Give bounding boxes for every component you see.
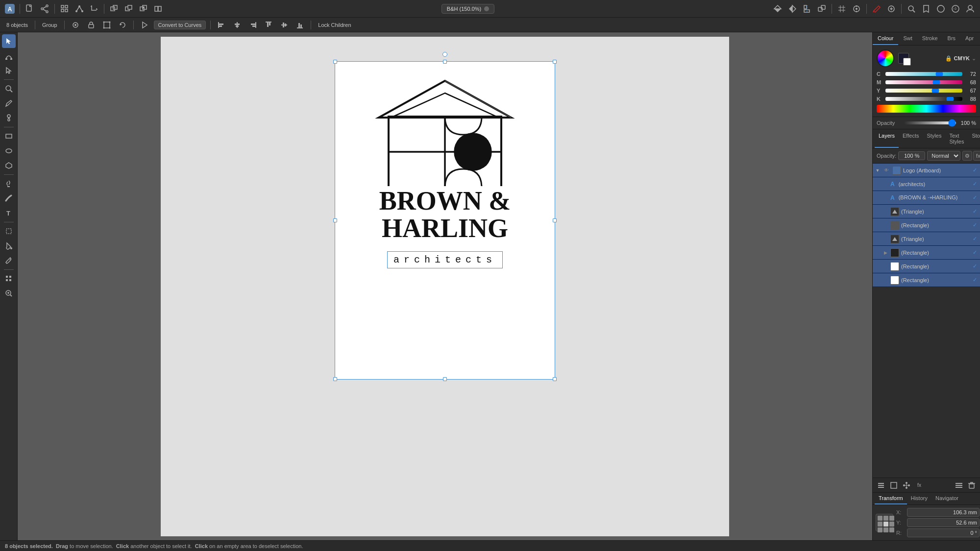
flip-v-icon[interactable]: [771, 2, 784, 16]
layers-artboard-icon[interactable]: [888, 480, 899, 491]
tab-effects[interactable]: Effects: [899, 130, 923, 148]
convert-curves-button[interactable]: Convert to Curves: [154, 21, 206, 29]
safari-icon[interactable]: [934, 2, 948, 16]
visibility-toggle[interactable]: [69, 20, 82, 30]
lock-icon[interactable]: 🔒: [945, 55, 952, 62]
rectangle-tool[interactable]: [2, 129, 16, 143]
calligraphy-tool[interactable]: [2, 192, 16, 205]
tab-stock[interactable]: Stock: [968, 130, 980, 148]
layer-triangle-1[interactable]: (Triangle) ✓: [873, 205, 980, 218]
tab-transform[interactable]: Transform: [875, 493, 907, 504]
polygon-tool[interactable]: [2, 159, 16, 172]
magnify-tool[interactable]: [2, 287, 16, 300]
ellipse-tool[interactable]: [2, 144, 16, 158]
rotate-handle[interactable]: [442, 52, 447, 57]
align-icon[interactable]: [800, 2, 814, 16]
tab-navigator[interactable]: Navigator: [931, 493, 962, 504]
tab-apr[interactable]: Apr: [960, 32, 979, 45]
play-icon[interactable]: [138, 20, 151, 30]
align-left-icon[interactable]: [215, 20, 228, 30]
layer-check-rect4[interactable]: ✓: [971, 277, 978, 284]
crop-art-tool[interactable]: [2, 224, 16, 238]
layer-expand-rect2[interactable]: ▶: [882, 250, 888, 256]
grid2-icon[interactable]: [835, 2, 849, 16]
layers-settings-btn[interactable]: ⚙: [962, 151, 972, 161]
title-close-btn[interactable]: [484, 6, 489, 11]
node-tool[interactable]: [2, 49, 16, 63]
layer-check-tri1[interactable]: ✓: [971, 208, 978, 215]
align-bottom-icon[interactable]: [294, 20, 306, 30]
layer-rectangle-4[interactable]: (Rectangle) ✓: [873, 273, 980, 287]
snapping-icon[interactable]: [850, 2, 863, 16]
group-label[interactable]: Group: [40, 21, 60, 29]
layer-expand-icon[interactable]: ▼: [875, 168, 881, 173]
new-file-icon[interactable]: [23, 2, 37, 16]
layers-delete-icon[interactable]: [966, 480, 977, 491]
layers-fx-btn[interactable]: fx: [973, 151, 980, 161]
transform-icon[interactable]: [815, 2, 829, 16]
layer-rectangle-3[interactable]: (Rectangle) ✓: [873, 260, 980, 273]
layers-opacity-input[interactable]: [898, 151, 925, 160]
layer-brown-harling[interactable]: A (BROWN & ➝HARLING) ✓: [873, 191, 980, 205]
layers-group-icon[interactable]: [901, 480, 912, 491]
anchor-dot[interactable]: [889, 527, 894, 532]
y-input[interactable]: [907, 518, 980, 527]
align-mid-icon[interactable]: [278, 20, 291, 30]
x-input[interactable]: [907, 508, 980, 517]
lock-children-label[interactable]: Lock Children: [316, 21, 353, 29]
anchor-dot[interactable]: [883, 527, 888, 532]
layers-stack-icon[interactable]: [876, 480, 886, 491]
y-slider[interactable]: [885, 89, 962, 93]
background-color-swatch[interactable]: [903, 58, 911, 66]
layer-check-rect3[interactable]: ✓: [971, 263, 978, 270]
layer-check-rect2[interactable]: ✓: [971, 249, 978, 256]
align-top-icon[interactable]: [262, 20, 275, 30]
boolean-union-icon[interactable]: [107, 2, 121, 16]
anchor-dot[interactable]: [878, 527, 882, 532]
colour-options-icon[interactable]: ⌄: [972, 55, 976, 62]
tab-stroke[interactable]: Stroke: [917, 32, 943, 45]
cmyk-mode-label[interactable]: CMYK: [954, 55, 970, 61]
crop-icon[interactable]: [87, 2, 101, 16]
layer-rectangle-1[interactable]: (Rectangle) ✓: [873, 218, 980, 232]
find-icon[interactable]: [905, 2, 918, 16]
boolean-subtract-icon[interactable]: [122, 2, 136, 16]
tab-layers[interactable]: Layers: [875, 130, 899, 148]
transform-box-icon[interactable]: [100, 20, 113, 30]
constraint-icon[interactable]: [884, 2, 898, 16]
flip-h-icon[interactable]: [785, 2, 799, 16]
layer-triangle-2[interactable]: (Triangle) ✓: [873, 232, 980, 246]
tab-brs[interactable]: Brs: [943, 32, 961, 45]
boolean-divide-icon[interactable]: [151, 2, 165, 16]
layer-rectangle-2[interactable]: ▶ (Rectangle) ✓: [873, 246, 980, 260]
anchor-dot[interactable]: [883, 516, 888, 521]
circle-icon[interactable]: [949, 2, 962, 16]
text-tool[interactable]: T: [2, 206, 16, 220]
colour-wheel[interactable]: [877, 49, 894, 67]
select-tool[interactable]: [2, 34, 16, 48]
layer-check-tri2[interactable]: ✓: [971, 236, 978, 242]
eyedropper-tool[interactable]: [2, 254, 16, 267]
rotate-icon[interactable]: [116, 20, 129, 30]
bookmark-icon[interactable]: [919, 2, 933, 16]
tab-styles[interactable]: Styles: [923, 130, 945, 148]
anchor-dot[interactable]: [878, 516, 882, 521]
brush-tool[interactable]: [2, 111, 16, 125]
layer-check-brown[interactable]: ✓: [971, 194, 978, 201]
lock-toggle[interactable]: [85, 20, 98, 30]
nodes-icon[interactable]: [73, 2, 86, 16]
tab-swt[interactable]: Swt: [898, 32, 917, 45]
r-input[interactable]: [907, 528, 980, 537]
layer-architects[interactable]: A (architects) ✓: [873, 177, 980, 191]
k-slider[interactable]: [885, 97, 962, 101]
anchor-dot[interactable]: [889, 516, 894, 521]
tab-colour[interactable]: Colour: [873, 32, 898, 45]
pencil-red-icon[interactable]: [870, 2, 883, 16]
app-icon[interactable]: A: [3, 2, 17, 16]
layer-check-artboard[interactable]: ✓: [971, 167, 978, 174]
layers-blend-select[interactable]: Normal Multiply Screen Overlay: [927, 151, 960, 161]
layer-logo-artboard[interactable]: ▼ 👁 Logo (Artboard) ✓: [873, 164, 980, 177]
grid-tool[interactable]: [2, 272, 16, 286]
fill-tool[interactable]: [2, 239, 16, 253]
anchor-dot-center[interactable]: [883, 522, 888, 527]
